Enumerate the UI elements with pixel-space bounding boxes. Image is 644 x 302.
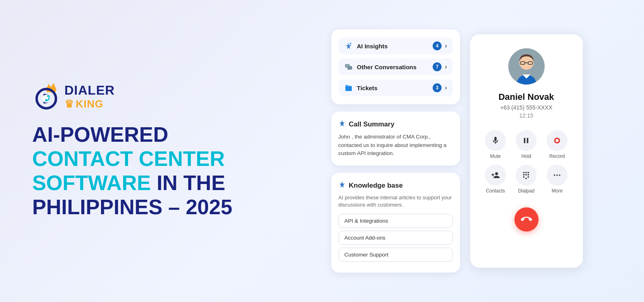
chevron-icon-2: › — [445, 63, 447, 70]
svg-point-5 — [350, 43, 351, 44]
svg-point-15 — [554, 174, 555, 176]
dialpad-button[interactable]: Dialpad — [513, 165, 540, 194]
caller-phone: +63 (415) 555-XXXX — [500, 104, 553, 111]
svg-point-17 — [559, 174, 561, 176]
headline-line1: AI-POWERED — [32, 123, 168, 146]
left-section: DIALER ♛ KING AI-POWERED CONTACT CENTER … — [0, 58, 282, 243]
contacts-button[interactable]: Contacts — [482, 165, 509, 194]
svg-point-4 — [45, 99, 47, 101]
brand-sub: ♛ KING — [64, 98, 115, 110]
svg-rect-7 — [347, 66, 352, 70]
headline-line2: CONTACT CENTER — [32, 147, 225, 170]
headline-line4: IN THE — [157, 171, 225, 194]
kb-item-3[interactable]: Customer Support — [339, 248, 453, 262]
headline-line3a: SOFTWARE — [32, 171, 151, 194]
tickets-label: Tickets — [357, 85, 378, 91]
kb-item-2[interactable]: Account Add-ons — [339, 231, 453, 245]
svg-point-14 — [555, 139, 558, 142]
logo-area: DIALER ♛ KING — [32, 83, 250, 111]
ai-insights-label: AI Insights — [357, 43, 388, 50]
other-conversations-badge: 7 — [433, 62, 442, 71]
svg-point-16 — [556, 174, 558, 176]
chat-icon — [344, 62, 353, 71]
caller-panel: Daniel Novak +63 (415) 555-XXXX 12:15 Mu… — [470, 34, 583, 268]
brand-name: DIALER — [64, 83, 115, 98]
sparkle-icon-2 — [339, 120, 346, 129]
knowledge-base-desc: AI provides these internal articles to s… — [339, 194, 453, 209]
headline: AI-POWERED CONTACT CENTER SOFTWARE IN TH… — [32, 123, 250, 219]
caller-name: Daniel Novak — [498, 92, 554, 102]
end-call-button[interactable] — [514, 207, 539, 232]
avatar — [508, 48, 545, 85]
more-button[interactable]: More — [544, 165, 571, 194]
logo-text: DIALER ♛ KING — [64, 83, 115, 110]
call-summary-title: Call Summary — [339, 120, 453, 129]
call-summary-text: John , the administrator of CMA Corp., c… — [339, 133, 453, 157]
tickets-row[interactable]: Tickets 3 › — [339, 79, 453, 96]
contacts-label: Contacts — [486, 188, 505, 194]
sparkle-icon — [344, 41, 353, 50]
knowledge-base-title: Knowledge base — [339, 181, 453, 190]
kb-item-1[interactable]: API & Integrations — [339, 214, 453, 228]
other-conversations-row[interactable]: Other Conversations 7 › — [339, 58, 453, 75]
mute-button[interactable]: Mute — [482, 130, 509, 159]
headline-line5: PHILIPPINES – 2025 — [32, 195, 232, 219]
call-summary-card: Call Summary John , the administrator of… — [331, 112, 460, 165]
chevron-icon: › — [445, 42, 447, 50]
hold-label: Hold — [521, 153, 531, 159]
call-actions: Mute Hold Record — [482, 130, 571, 194]
call-time: 12:15 — [519, 112, 533, 119]
middle-panel: AI Insights 4 › Other Conversation — [331, 29, 460, 272]
ai-insights-badge: 4 — [433, 41, 442, 50]
dialpad-label: Dialpad — [518, 188, 535, 194]
info-card: AI Insights 4 › Other Conversation — [331, 29, 460, 104]
other-conversations-label: Other Conversations — [357, 64, 417, 70]
ai-insights-row[interactable]: AI Insights 4 › — [339, 37, 453, 54]
folder-icon — [344, 83, 353, 92]
right-section: AI Insights 4 › Other Conversation — [282, 13, 644, 288]
more-label: More — [551, 188, 562, 194]
sparkle-icon-3 — [339, 181, 346, 190]
record-label: Record — [549, 153, 565, 159]
crown-icon: ♛ — [64, 98, 74, 110]
logo-icon — [32, 83, 60, 111]
tickets-badge: 3 — [433, 83, 442, 92]
mute-label: Mute — [490, 153, 501, 159]
hold-button[interactable]: Hold — [513, 130, 540, 159]
chevron-icon-3: › — [445, 84, 447, 91]
record-button[interactable]: Record — [544, 130, 571, 159]
knowledge-base-card: Knowledge base AI provides these interna… — [331, 173, 460, 272]
